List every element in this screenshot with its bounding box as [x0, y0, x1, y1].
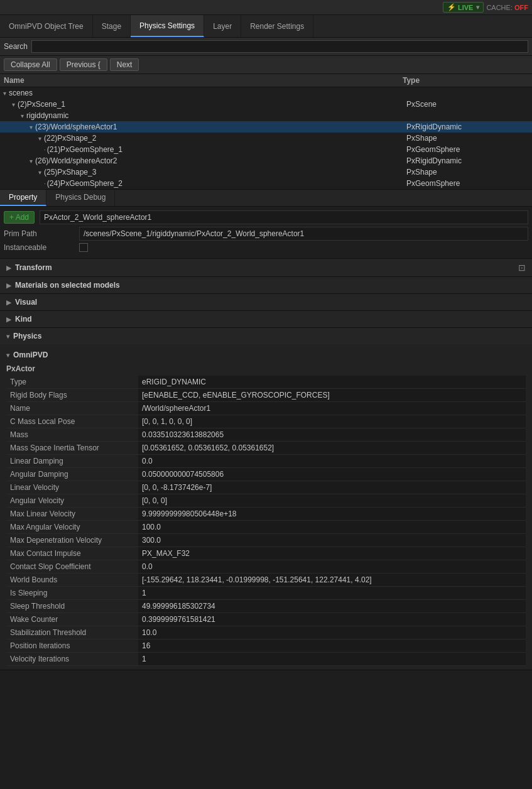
physics-prop-row: Max Depenetration Velocity300.0 — [6, 534, 526, 547]
live-dropdown-arrow[interactable]: ▾ — [476, 4, 479, 11]
prim-path-value: /scenes/PxScene_1/rigiddynamic/PxActor_2… — [79, 227, 528, 241]
physics-prop-row: Max Linear Velocity9.99999999980506448e+… — [6, 508, 526, 521]
section-arrow-icon: ▶ — [6, 316, 11, 323]
expand-icon[interactable]: ▾ — [18, 112, 26, 119]
tab-stage[interactable]: Stage — [93, 15, 131, 37]
physics-prop-value[interactable]: 100.0 — [138, 521, 526, 534]
omnipvd-header[interactable]: ▾ OmniPVD — [6, 348, 526, 362]
tree-node-label: (26)/World/sphereActor2 — [35, 156, 117, 165]
tree-row[interactable]: ▾ (25)PxShape_3 PxShape — [0, 166, 532, 178]
tree-row[interactable]: ▾ (26)/World/sphereActor2 PxRigidDynamic — [0, 155, 532, 166]
tab-omni-pvd[interactable]: OmniPVD Object Tree — [0, 15, 93, 37]
omnipvd-label: OmniPVD — [13, 351, 48, 359]
section-arrow-icon: ▶ — [6, 264, 11, 271]
tab-layer[interactable]: Layer — [204, 15, 241, 37]
physics-prop-table: TypeeRIGID_DYNAMICRigid Body Flags[eENAB… — [6, 376, 526, 666]
tab-render-settings[interactable]: Render Settings — [241, 15, 313, 37]
expand-icon[interactable]: ▾ — [0, 90, 9, 97]
expand-icon[interactable]: ▾ — [35, 169, 44, 176]
physics-prop-label: Angular Velocity — [6, 494, 138, 508]
physics-prop-value[interactable]: [0, 0, -8.1737426e-7] — [138, 481, 526, 494]
omnipvd-section: ▾ OmniPVD PxActor TypeeRIGID_DYNAMICRigi… — [0, 344, 532, 670]
next-button[interactable]: Next — [110, 58, 139, 71]
physics-prop-value[interactable]: [-155.29642, 118.23441, -0.01999998, -15… — [138, 574, 526, 587]
section-physics: ▾ Physics ▾ OmniPVD PxActor TypeeRIGID_D… — [0, 328, 532, 670]
section-kind-header[interactable]: ▶ Kind — [0, 311, 532, 327]
tree-node-label: (24)PxGeomSphere_2 — [47, 179, 122, 188]
tab-physics-debug[interactable]: Physics Debug — [46, 190, 115, 206]
physics-prop-value[interactable]: [0, 0, 0] — [138, 494, 526, 508]
collapse-all-button[interactable]: Collapse All — [4, 58, 57, 71]
section-transform: ▶ Transform ⊡ — [0, 259, 532, 277]
tree-node-label: (2)PxScene_1 — [18, 100, 65, 109]
physics-prop-row: Max Contact ImpulsePX_MAX_F32 — [6, 547, 526, 560]
pxactor-header: PxActor — [6, 362, 526, 376]
tree-node-label: rigiddynamic — [26, 111, 68, 120]
section-transform-header[interactable]: ▶ Transform ⊡ — [0, 259, 532, 276]
tree-row[interactable]: ▾ scenes — [0, 87, 532, 99]
name-value: PxActor_2_World_sphereActor1 — [40, 210, 528, 224]
physics-prop-label: Max Depenetration Velocity — [6, 534, 138, 547]
physics-prop-value[interactable]: 0.033510323613882065 — [138, 428, 526, 442]
cache-status: OFF — [514, 4, 528, 11]
physics-prop-value[interactable]: eRIGID_DYNAMIC — [138, 376, 526, 389]
physics-prop-row: World Bounds[-155.29642, 118.23441, -0.0… — [6, 574, 526, 587]
tab-physics-settings[interactable]: Physics Settings — [131, 15, 204, 37]
live-label: LIVE — [458, 4, 473, 11]
toolbar: Collapse All Previous { Next — [0, 56, 532, 74]
expand-icon[interactable]: ▾ — [9, 101, 18, 108]
physics-prop-value[interactable]: 9.99999999980506448e+18 — [138, 508, 526, 521]
tree-node-type: PxGeomSphere — [406, 145, 532, 154]
add-button[interactable]: + Add — [4, 211, 35, 224]
expand-icon[interactable]: ▾ — [26, 124, 35, 131]
physics-prop-value[interactable]: 0.3999999761581421 — [138, 613, 526, 626]
physics-prop-value[interactable]: 16 — [138, 639, 526, 653]
section-icon: ⊡ — [518, 263, 526, 273]
physics-prop-value[interactable]: [0.05361652, 0.05361652, 0.05361652] — [138, 442, 526, 455]
physics-prop-value[interactable]: [0, 0, 1, 0, 0, 0] — [138, 415, 526, 428]
tab-property[interactable]: Property — [0, 190, 46, 206]
physics-prop-value[interactable]: [eENABLE_CCD, eENABLE_GYROSCOPIC_FORCES] — [138, 389, 526, 402]
physics-prop-value[interactable]: /World/sphereActor1 — [138, 402, 526, 415]
tree-row[interactable]: ▾ rigiddynamic — [0, 110, 532, 121]
tree-row[interactable]: · (24)PxGeomSphere_2 PxGeomSphere — [0, 178, 532, 189]
physics-prop-row: Stabilization Threshold10.0 — [6, 626, 526, 639]
physics-prop-label: Sleep Threshold — [6, 600, 138, 613]
previous-button[interactable]: Previous { — [60, 58, 107, 71]
physics-prop-row: Velocity Iterations1 — [6, 653, 526, 666]
section-visual-header[interactable]: ▶ Visual — [0, 294, 532, 310]
physics-prop-label: Type — [6, 376, 138, 389]
physics-prop-value[interactable]: 1 — [138, 653, 526, 666]
physics-prop-value[interactable]: 0.0 — [138, 455, 526, 468]
physics-prop-value[interactable]: 0.0 — [138, 560, 526, 574]
tree-row[interactable]: ▾ (22)PxShape_2 PxShape — [0, 133, 532, 144]
physics-prop-row: Contact Slop Coefficient0.0 — [6, 560, 526, 574]
expand-icon[interactable]: ▾ — [26, 158, 35, 165]
tree-row[interactable]: · (21)PxGeomSphere_1 PxGeomSphere — [0, 144, 532, 155]
physics-prop-value[interactable]: 49.999996185302734 — [138, 600, 526, 613]
tree-col-name: Name — [4, 76, 403, 85]
physics-prop-value[interactable]: 300.0 — [138, 534, 526, 547]
tree-node-type: PxShape — [406, 168, 532, 177]
physics-prop-label: Position Iterations — [6, 639, 138, 653]
instanceable-checkbox[interactable] — [79, 243, 88, 252]
tree-row-selected[interactable]: ▾ (23)/World/sphereActor1 PxRigidDynamic — [0, 121, 532, 133]
tree-node-type: PxRigidDynamic — [406, 156, 532, 165]
expand-icon[interactable]: ▾ — [35, 135, 44, 142]
section-physics-header[interactable]: ▾ Physics — [0, 328, 532, 344]
physics-prop-value[interactable]: PX_MAX_F32 — [138, 547, 526, 560]
tree-row[interactable]: ▾ (2)PxScene_1 PxScene — [0, 99, 532, 110]
search-label: Search — [4, 42, 28, 51]
physics-prop-row: Rigid Body Flags[eENABLE_CCD, eENABLE_GY… — [6, 389, 526, 402]
physics-prop-value[interactable]: 10.0 — [138, 626, 526, 639]
search-input[interactable] — [31, 40, 528, 53]
section-transform-label: Transform — [15, 263, 52, 272]
physics-prop-label: Wake Counter — [6, 613, 138, 626]
physics-prop-value[interactable]: 0.050000000074505806 — [138, 468, 526, 481]
tree-node-type: PxRigidDynamic — [406, 122, 532, 131]
section-materials-header[interactable]: ▶ Materials on selected models — [0, 277, 532, 293]
live-badge[interactable]: ⚡ LIVE ▾ — [443, 2, 484, 13]
physics-prop-row: Linear Velocity[0, 0, -8.1737426e-7] — [6, 481, 526, 494]
physics-prop-row: Linear Damping0.0 — [6, 455, 526, 468]
physics-prop-value[interactable]: 1 — [138, 587, 526, 600]
